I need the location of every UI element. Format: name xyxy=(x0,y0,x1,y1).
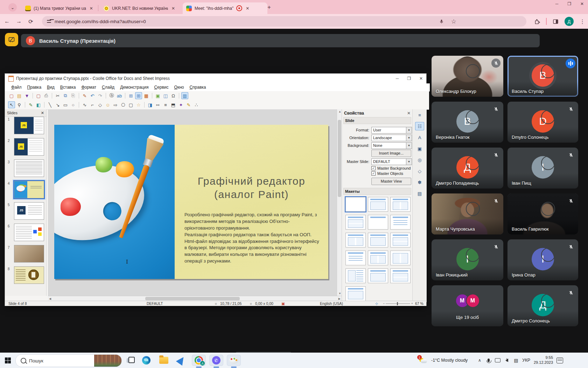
close-button[interactable]: ✕ xyxy=(580,1,584,6)
participant-tile[interactable]: B Василь Ступар xyxy=(507,56,578,97)
menu-item[interactable]: Слайд xyxy=(99,85,117,90)
participant-tile[interactable]: M M Ще 19 осіб xyxy=(432,285,503,326)
menu-item[interactable]: Вид xyxy=(44,85,57,90)
callouts-icon[interactable]: ▢ xyxy=(127,101,134,108)
participant-tile[interactable]: I Іван Пищ xyxy=(507,148,578,189)
separator[interactable] xyxy=(79,102,79,108)
points-icon[interactable]: ∴ xyxy=(193,101,200,108)
tray-volume-icon[interactable] xyxy=(504,359,510,362)
horizontal-scrollbar[interactable]: ◀ ▶ xyxy=(48,296,342,301)
separator[interactable] xyxy=(25,102,25,108)
symbol-shapes-icon[interactable]: ☺ xyxy=(104,101,111,108)
slide-thumbnail[interactable]: JS xyxy=(14,117,44,134)
chrome-app-icon[interactable]: Д xyxy=(192,355,206,366)
paint-app-icon[interactable] xyxy=(227,355,241,366)
slide-thumbnail[interactable] xyxy=(14,224,44,241)
separator[interactable] xyxy=(106,93,106,98)
flowchart-icon[interactable]: ⎔ xyxy=(120,101,127,108)
fit-slide-icon[interactable]: ⊹ xyxy=(375,301,378,306)
slide-canvas[interactable]: I Графічний редактор (аналог Paint) Розр… xyxy=(48,109,337,296)
participant-tile[interactable]: Д Дмитро Солонець xyxy=(507,285,578,326)
shadow-icon[interactable]: ✦ xyxy=(177,101,184,108)
minimize-button[interactable]: ─ xyxy=(555,1,559,6)
tab-close-icon[interactable]: ✕ xyxy=(90,6,93,11)
fill-color-icon[interactable]: ◧ xyxy=(35,101,42,108)
spelling-icon[interactable]: ab xyxy=(116,92,123,99)
viber-app-icon[interactable]: ✆ xyxy=(209,355,223,366)
menu-item[interactable]: Справка xyxy=(187,85,209,90)
slide-thumbnail-row[interactable]: 1JS xyxy=(5,117,46,138)
weather-icon[interactable]: 1 xyxy=(419,357,428,363)
messenger-app-icon[interactable] xyxy=(174,355,188,366)
presentation-paused-icon[interactable] xyxy=(5,33,18,46)
layout-option[interactable] xyxy=(390,233,411,247)
master-slides-tab-icon[interactable]: ▤ xyxy=(415,189,424,198)
open-icon[interactable]: ▤ xyxy=(16,92,23,99)
master-slide-select[interactable]: DEFAULT▼ xyxy=(371,158,412,165)
layout-option[interactable] xyxy=(390,268,411,283)
basic-shapes-icon[interactable]: ◇ xyxy=(97,101,104,108)
line-arrow-icon[interactable]: ↘ xyxy=(54,101,61,108)
arrange-icon[interactable]: ⬒ xyxy=(170,101,177,108)
insert-chart-icon[interactable]: ▣ xyxy=(154,92,161,99)
print-icon[interactable]: ⎙ xyxy=(43,92,50,99)
redo-icon[interactable]: ↷ xyxy=(97,92,104,99)
tray-clock[interactable]: 9:55 29.12.2023 xyxy=(534,355,553,365)
slide-thumbnail[interactable] xyxy=(14,245,44,263)
separator[interactable] xyxy=(152,93,152,98)
curve-icon[interactable]: ∿ xyxy=(81,101,88,108)
shapes-tab-icon[interactable]: ◇ xyxy=(415,167,424,175)
master-view-button[interactable]: Master View xyxy=(371,178,411,185)
gallery-tab-icon[interactable]: ▣ xyxy=(415,144,424,153)
impress-minimize-button[interactable]: ─ xyxy=(396,76,399,81)
browser-menu-kebab-icon[interactable]: ⋮ xyxy=(580,18,585,25)
status-language[interactable]: English (USA) xyxy=(320,301,343,306)
back-button[interactable]: ← xyxy=(2,16,12,26)
slide-thumbnail-row[interactable]: 4 xyxy=(5,181,46,202)
layout-option[interactable] xyxy=(390,251,411,265)
voice-search-icon[interactable] xyxy=(439,19,444,24)
table-icon[interactable]: ⊞ xyxy=(127,92,134,99)
layout-option[interactable] xyxy=(345,197,366,212)
insert-textbox-icon[interactable]: ◫ xyxy=(162,92,169,99)
format-select[interactable]: User▼ xyxy=(371,127,412,134)
line-icon[interactable]: ╲ xyxy=(47,101,54,108)
glue-points-icon[interactable]: ✎ xyxy=(185,101,192,108)
zoom-slider[interactable]: − + xyxy=(383,302,413,305)
tab-close-icon[interactable]: ✕ xyxy=(172,6,175,11)
separator[interactable] xyxy=(33,93,33,98)
hidden-icons-chevron[interactable]: ∧ xyxy=(477,358,482,363)
slide-thumbnail[interactable]: JS xyxy=(14,138,44,156)
clone-formatting-icon[interactable]: ✎ xyxy=(81,92,88,99)
menu-item[interactable]: Окно xyxy=(172,85,187,90)
task-view-icon[interactable] xyxy=(127,357,134,364)
layout-option[interactable] xyxy=(390,197,411,212)
block-arrows-icon[interactable]: ⇨ xyxy=(112,101,119,108)
slide-thumbnail[interactable] xyxy=(14,181,44,198)
find-replace-icon[interactable]: ⓐ xyxy=(108,92,115,99)
url-bar[interactable]: meet.google.com/ihs-dddi-mha?authuser=0 … xyxy=(42,16,526,27)
edge-app-icon[interactable] xyxy=(139,355,153,366)
new-tab-button[interactable]: + xyxy=(265,4,273,11)
save-icon[interactable]: ▼ xyxy=(23,92,30,99)
notification-center-icon[interactable] xyxy=(556,357,563,363)
slide-thumbnail-row[interactable]: 2JS xyxy=(5,138,46,159)
styles-tab-icon[interactable]: A xyxy=(415,133,424,142)
layouts-section-title[interactable]: Макеты xyxy=(345,189,360,193)
profile-avatar[interactable]: Д xyxy=(565,17,574,26)
separator[interactable] xyxy=(44,102,44,108)
layout-option[interactable] xyxy=(368,215,388,230)
layout-option[interactable] xyxy=(368,233,388,247)
animation-tab-icon[interactable]: ✽ xyxy=(415,178,424,186)
ellipse-icon[interactable]: ○ xyxy=(70,101,77,108)
slide-thumbnail[interactable] xyxy=(14,266,44,284)
layout-option[interactable] xyxy=(345,233,366,247)
weather-text[interactable]: -1°C Mostly cloudy xyxy=(431,358,468,363)
layout-option[interactable] xyxy=(368,268,388,283)
forward-button[interactable]: → xyxy=(14,16,24,26)
vertical-scrollbar[interactable]: ▲ ▼ xyxy=(337,109,342,296)
new-slide-icon[interactable]: ◨ xyxy=(147,101,154,108)
slide-thumbnail[interactable]: JS xyxy=(14,202,44,220)
undo-icon[interactable]: ↶ xyxy=(89,92,96,99)
insert-image-icon[interactable]: ▦ xyxy=(143,92,150,99)
